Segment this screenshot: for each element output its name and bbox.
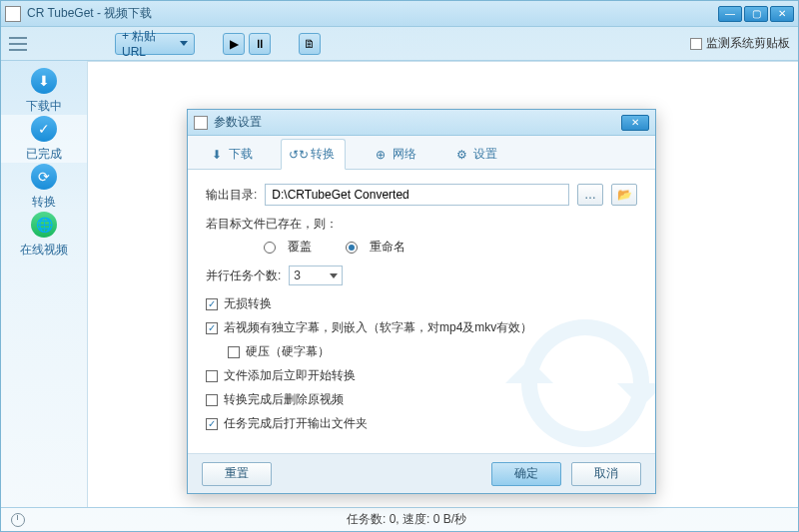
dialog-tabs: ⬇下载 ↺↻转换 ⊕网络 ⚙设置 [188,136,655,170]
paste-url-button[interactable]: + 粘贴URL [115,33,195,55]
overwrite-label: 覆盖 [288,239,312,256]
tab-label: 网络 [393,146,416,163]
gear-icon: ⚙ [454,148,468,162]
parallel-tasks-select[interactable]: 3 [289,266,343,285]
window-title: CR TubeGet - 视频下载 [27,5,718,22]
pause-all-button[interactable]: ⏸ [249,33,271,55]
embed-subtitle-label: 若视频有独立字幕，则嵌入（软字幕，对mp4及mkv有效） [224,319,532,336]
sidebar-item-completed[interactable]: ✓ 已完成 [1,115,87,163]
tab-label: 下载 [229,146,253,163]
minimize-button[interactable]: — [718,6,742,22]
open-folder-button[interactable]: 📂 [611,184,637,206]
output-dir-input[interactable] [265,184,569,206]
delete-source-checkbox[interactable] [206,394,218,406]
embed-subtitle-checkbox[interactable] [206,322,218,334]
dialog-icon [194,116,208,130]
browse-button[interactable]: … [577,184,603,206]
chevron-down-icon [330,273,338,278]
network-icon: ⊕ [374,148,388,162]
status-bar: 任务数: 0, 速度: 0 B/秒 [1,507,798,531]
status-text: 任务数: 0, 速度: 0 B/秒 [25,511,788,528]
convert-icon: ⟳ [31,164,57,190]
cancel-label: 取消 [594,465,618,482]
download-icon: ⬇ [31,68,57,94]
title-bar: CR TubeGet - 视频下载 — ▢ ✕ [1,1,798,27]
ok-button[interactable]: 确定 [491,462,561,486]
tab-label: 设置 [473,146,497,163]
tab-convert[interactable]: ↺↻转换 [281,139,346,170]
settings-dialog: 参数设置 ✕ ⬇下载 ↺↻转换 ⊕网络 ⚙设置 输出目录: … 📂 若目标文件已… [187,109,656,494]
dropdown-arrow-icon [180,41,188,46]
monitor-clipboard-checkbox[interactable] [690,38,702,50]
tab-label: 转换 [311,146,335,163]
tab-settings[interactable]: ⚙设置 [444,140,507,169]
open-output-checkbox[interactable] [206,418,218,430]
reset-label: 重置 [225,465,249,482]
close-button[interactable]: ✕ [770,6,794,22]
convert-bg-icon [505,303,655,453]
delete-source-label: 转换完成后删除原视频 [224,391,344,408]
parallel-value: 3 [294,268,301,282]
rename-radio[interactable] [346,242,358,254]
rename-label: 重命名 [370,239,405,256]
start-all-button[interactable]: ▶ [223,33,245,55]
overwrite-radio[interactable] [264,242,276,254]
sidebar-item-convert[interactable]: ⟳ 转换 [1,163,87,211]
monitor-clipboard-label: 监测系统剪贴板 [706,35,790,52]
dialog-title: 参数设置 [214,114,621,131]
dialog-title-bar[interactable]: 参数设置 ✕ [188,110,655,136]
tab-network[interactable]: ⊕网络 [364,140,426,169]
globe-icon: 🌐 [31,212,57,238]
sidebar-item-label: 下载中 [26,98,62,115]
output-dir-label: 输出目录: [206,187,257,204]
file-exists-label: 若目标文件已存在，则： [206,216,338,233]
maximize-button[interactable]: ▢ [744,6,768,22]
sidebar-item-label: 转换 [32,194,56,211]
app-icon [5,6,21,22]
convert-icon: ↺↻ [292,148,306,162]
sidebar-item-online-video[interactable]: 🌐 在线视频 [1,211,87,259]
hard-subtitle-label: 硬压（硬字幕） [246,343,330,360]
lossless-checkbox[interactable] [206,298,218,310]
sidebar-item-label: 已完成 [26,146,62,163]
open-output-label: 任务完成后打开输出文件夹 [224,415,368,432]
toolbar: + 粘贴URL ▶ ⏸ 🗎 监测系统剪贴板 [1,27,798,61]
sidebar: ⬇ 下载中 ✓ 已完成 ⟳ 转换 🌐 在线视频 [1,61,87,507]
reset-button[interactable]: 重置 [202,462,272,486]
cancel-button[interactable]: 取消 [571,462,641,486]
tab-download[interactable]: ⬇下载 [200,140,263,169]
dialog-close-button[interactable]: ✕ [621,115,649,131]
clock-icon[interactable] [11,513,25,527]
parallel-tasks-label: 并行任务个数: [206,267,281,284]
download-icon: ⬇ [210,148,224,162]
delete-button[interactable]: 🗎 [299,33,321,55]
ok-label: 确定 [514,465,538,482]
lossless-label: 无损转换 [224,295,272,312]
paste-url-label: + 粘贴URL [122,28,180,59]
sidebar-item-label: 在线视频 [20,242,68,259]
menu-icon[interactable] [9,37,27,51]
check-icon: ✓ [31,116,57,142]
sidebar-item-downloading[interactable]: ⬇ 下载中 [1,67,87,115]
start-on-add-checkbox[interactable] [206,370,218,382]
hard-subtitle-checkbox[interactable] [228,346,240,358]
start-on-add-label: 文件添加后立即开始转换 [224,367,356,384]
